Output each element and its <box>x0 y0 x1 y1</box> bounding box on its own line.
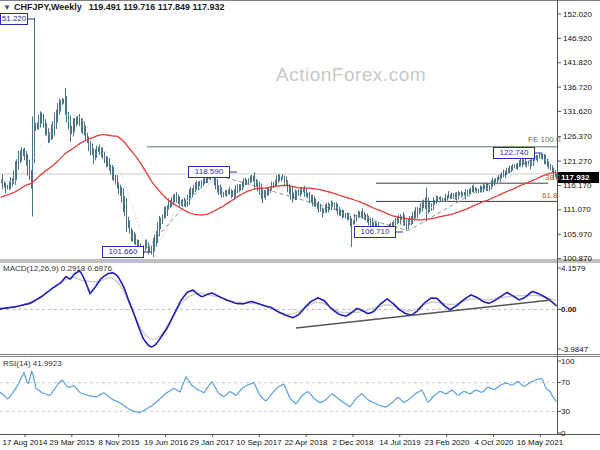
price-tick-label: 105.970 <box>563 230 592 239</box>
macd-tick-label: 4.1579 <box>561 264 585 273</box>
rsi-tick-label: 0 <box>561 429 565 438</box>
symbol-label: CHFJPY,Weekly <box>14 2 82 12</box>
price-tick-label: 141.820 <box>563 58 592 67</box>
date-label: 16 May 2021 <box>517 438 563 447</box>
price-tick-label: 111.070 <box>563 205 591 214</box>
date-label: 29 Mar 2015 <box>50 438 95 447</box>
price-tick-label: 131.620 <box>563 107 592 116</box>
rsi-indicator-label: RSI(14) 41.9923 <box>3 359 62 368</box>
symbol-dropdown-icon[interactable]: ▼ <box>3 3 11 12</box>
price-tick-label: 100.870 <box>563 254 592 263</box>
price-tick-label: 146.920 <box>563 34 592 43</box>
candlestick-series <box>2 18 557 257</box>
swing-label-118-590: 118.590 <box>188 166 230 178</box>
retracement-61-8-line-label: 61.8 <box>542 191 558 200</box>
date-label: 23 Feb 2020 <box>425 438 470 447</box>
forex-chart-window: ▼CHFJPY,Weekly119.491 119.716 117.849 11… <box>0 0 600 450</box>
date-label: 19 Jun 2016 <box>144 438 188 447</box>
date-label: 2 Dec 2018 <box>333 438 374 447</box>
macd-indicator-label: MACD(12,26,9) 0.2918 0.6976 <box>3 264 112 273</box>
price-tick-label: 121.270 <box>563 157 592 166</box>
date-label: 14 Jul 2019 <box>379 438 420 447</box>
price-tick-label: 126.370 <box>563 132 592 141</box>
swing-label-122-740: 122.740 <box>493 147 535 159</box>
macd-tick-label: 0.00 <box>561 305 577 314</box>
date-label: 22 Apr 2018 <box>284 438 327 447</box>
swing-label-101-660: 101.660 <box>102 246 144 258</box>
date-label: 4 Oct 2020 <box>474 438 513 447</box>
price-tick-label: 136.720 <box>563 83 592 92</box>
retracement-38-2-line-label: 38.2 <box>545 173 561 182</box>
price-tick-label: 152.020 <box>563 10 592 19</box>
rsi-tick-label: 70 <box>561 378 570 387</box>
price-tick-label: 116.170 <box>563 181 591 190</box>
title-bar: ▼CHFJPY,Weekly119.491 119.716 117.849 11… <box>3 2 224 12</box>
macd-tick-label: -3.9847 <box>561 345 588 354</box>
rsi-tick-label: 30 <box>561 407 570 416</box>
rsi-line <box>0 372 557 413</box>
ohlc-values: 119.491 119.716 117.849 117.932 <box>89 2 225 12</box>
rsi-tick-label: 100 <box>561 357 574 366</box>
date-label: 10 Sep 2017 <box>236 438 281 447</box>
swing-label-106-710: 106.710 <box>354 226 396 238</box>
date-label: 29 Jan 2017 <box>190 438 234 447</box>
swing-label-51-220: 51.220 <box>0 13 28 25</box>
watermark: ActionForex.com <box>276 64 426 86</box>
date-label: 8 Nov 2015 <box>99 438 140 447</box>
fe-100-line-label: FE 100.0 <box>528 135 560 144</box>
date-label: 17 Aug 2014 <box>3 438 48 447</box>
